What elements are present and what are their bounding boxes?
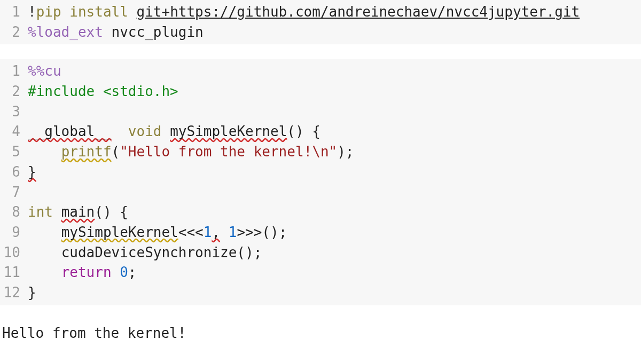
code-content: __global__ void mySimpleKernel() { <box>28 122 641 142</box>
sp <box>61 4 70 20</box>
code-line: 10 cudaDeviceSynchronize(); <box>0 243 641 263</box>
brace: { <box>312 123 320 139</box>
num: 1 <box>229 224 237 240</box>
line-number: 1 <box>0 61 28 82</box>
indent <box>28 244 61 260</box>
line-number: 5 <box>0 142 28 162</box>
bang: ! <box>28 4 36 20</box>
sp <box>161 123 170 139</box>
code-line: 12 } <box>0 283 641 303</box>
sp <box>112 204 120 220</box>
sp <box>53 204 61 220</box>
sp <box>220 224 229 240</box>
code-line: 8 int main() { <box>0 202 641 223</box>
code-line: 2 #include <stdio.h> <box>0 82 641 102</box>
kw: return <box>61 264 112 280</box>
code-content: int main() { <box>28 202 641 223</box>
code-content: printf("Hello from the kernel!\n"); <box>28 142 641 162</box>
line-number: 3 <box>0 102 28 122</box>
call: cudaDeviceSynchronize <box>61 244 237 260</box>
comma: , <box>212 224 220 240</box>
line-number: 8 <box>0 202 28 223</box>
paren: () <box>287 123 303 139</box>
preproc: #include <box>28 83 95 99</box>
code-cell-1[interactable]: 1 !pip install git+https://github.com/an… <box>0 0 641 44</box>
code-line: 5 printf("Hello from the kernel!\n"); <box>0 142 641 162</box>
code-content: %%cu <box>28 61 641 82</box>
code-line: 3 <box>0 102 641 122</box>
cell-output: Hello from the kernel! <box>0 320 641 347</box>
semi: ; <box>346 144 354 160</box>
num: 1 <box>204 224 212 240</box>
func-name: main <box>61 204 95 220</box>
line-number: 2 <box>0 82 28 102</box>
qualifier: __global__ <box>28 123 112 139</box>
paren: () <box>237 244 253 260</box>
line-number: 2 <box>0 22 28 43</box>
code-cell-2[interactable]: 1 %%cu 2 #include <stdio.h> 3 4 __global… <box>0 59 641 305</box>
code-content: mySimpleKernel<<<1, 1>>>(); <box>28 223 641 243</box>
line-number: 7 <box>0 183 28 203</box>
code-content: } <box>28 162 641 183</box>
brace: } <box>28 284 36 300</box>
code-content: #include <stdio.h> <box>28 82 641 102</box>
func-name: mySimpleKernel <box>170 123 287 139</box>
num: 0 <box>120 264 128 280</box>
line-number: 10 <box>0 243 28 263</box>
semi: ; <box>279 224 287 240</box>
code-line: 1 %%cu <box>0 61 641 82</box>
indent <box>28 144 61 160</box>
code-content: return 0; <box>28 263 641 283</box>
code-line: 9 mySimpleKernel<<<1, 1>>>(); <box>0 223 641 243</box>
magic: %%cu <box>28 63 61 79</box>
indent <box>28 224 61 240</box>
arg: nvcc_plugin <box>112 24 204 40</box>
sp <box>103 24 112 40</box>
paren: ) <box>337 144 346 160</box>
brace: } <box>28 164 36 180</box>
line-number: 11 <box>0 263 28 283</box>
kw: void <box>128 123 162 139</box>
magic: %load_ext <box>28 24 103 40</box>
code-line: 6 } <box>0 162 641 183</box>
semi: ; <box>254 244 262 260</box>
paren: ( <box>112 144 120 160</box>
line-number: 6 <box>0 162 28 183</box>
header: <stdio.h> <box>103 83 178 99</box>
line-number: 1 <box>0 2 28 22</box>
line-number: 12 <box>0 283 28 303</box>
sp <box>95 83 103 99</box>
code-content: !pip install git+https://github.com/andr… <box>28 2 641 22</box>
indent <box>28 264 61 280</box>
code-content: } <box>28 283 641 303</box>
code-line: 2 %load_ext nvcc_plugin <box>0 22 641 43</box>
code-line: 1 !pip install git+https://github.com/an… <box>0 2 641 22</box>
call: printf <box>61 144 112 160</box>
string: "Hello from the kernel!\n" <box>120 144 337 160</box>
sp <box>112 123 128 139</box>
code-content: cudaDeviceSynchronize(); <box>28 243 641 263</box>
sp <box>112 264 120 280</box>
paren: () <box>95 204 111 220</box>
line-number: 9 <box>0 223 28 243</box>
line-number: 4 <box>0 122 28 142</box>
brace: { <box>120 204 128 220</box>
code-line: 11 return 0; <box>0 263 641 283</box>
tok: install <box>69 4 128 20</box>
kw: int <box>28 204 53 220</box>
chevrons: >>> <box>237 224 262 240</box>
sp <box>304 123 312 139</box>
code-line: 4 __global__ void mySimpleKernel() { <box>0 122 641 142</box>
call: mySimpleKernel <box>61 224 178 240</box>
code-line: 7 <box>0 183 641 203</box>
tok: pip <box>36 4 61 20</box>
paren: () <box>262 224 278 240</box>
url: git+https://github.com/andreinechaev/nvc… <box>137 4 580 20</box>
sp <box>128 4 137 20</box>
chevrons: <<< <box>178 224 204 240</box>
code-content: %load_ext nvcc_plugin <box>28 22 641 43</box>
semi: ; <box>128 264 137 280</box>
